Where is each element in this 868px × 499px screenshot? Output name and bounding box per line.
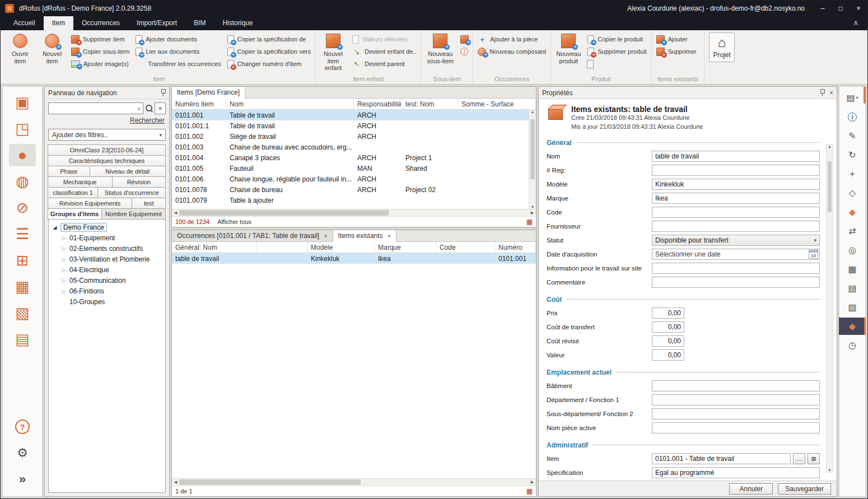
- sidebar-logistics-module-icon[interactable]: ⊞: [9, 249, 36, 272]
- tab-bim[interactable]: BIM: [185, 16, 214, 30]
- specification-field[interactable]: [652, 467, 820, 478]
- batiment-field[interactable]: [652, 380, 820, 391]
- column-header-code[interactable]: Code: [436, 242, 495, 253]
- open-item-button[interactable]: Ouvrir item: [5, 31, 35, 66]
- sidebar-rooms-module-icon[interactable]: ▣: [9, 91, 36, 114]
- fournisseur-field[interactable]: [652, 221, 820, 232]
- save-button[interactable]: Sauvegarder: [778, 483, 831, 495]
- tab-import-export[interactable]: Import/Export: [128, 16, 185, 30]
- browse-item-button[interactable]: …: [793, 453, 805, 464]
- tab-occurrences-0101-001[interactable]: Occurrences [0101.001 / TAB1: Table de t…: [172, 230, 333, 241]
- sidebar-catalog-module-icon[interactable]: ▧: [9, 302, 36, 324]
- grid-view-icon[interactable]: ▦: [841, 260, 864, 278]
- filter-caracteristiques-techniques[interactable]: Caractéristiques techniques: [48, 155, 166, 166]
- scroll-left-icon[interactable]: ◀: [172, 480, 179, 484]
- column-header-somme-surface[interactable]: Somme - Surface: [458, 99, 536, 109]
- modele-field[interactable]: [652, 179, 820, 190]
- new-child-item-button[interactable]: Nouvel item enfant: [318, 31, 348, 73]
- tree-node-06-finitions[interactable]: ▷ 06-Finitions: [50, 286, 164, 296]
- existing-items-horizontal-scrollbar[interactable]: ◀ ▶: [172, 478, 536, 486]
- clear-item-button[interactable]: ⊠: [808, 453, 820, 464]
- help-icon[interactable]: ?: [9, 416, 36, 438]
- copy-spec-from-button[interactable]: Copier la spécification de: [225, 34, 313, 45]
- filter-omniclass[interactable]: OmniClass 23[2010-06-24]: [48, 144, 166, 156]
- items-table-row[interactable]: 0101.004Canapé 3 placesARCHProject 1: [172, 152, 536, 163]
- search-input[interactable]: [50, 105, 137, 113]
- tree-node-05-communication[interactable]: ▷ 05-Communication: [50, 275, 164, 286]
- link-documents-button[interactable]: Lier aux documents: [133, 46, 223, 57]
- reg-field[interactable]: [652, 165, 820, 176]
- items-table-row[interactable]: 0101.0078Chaise de bureauARCHProject 02: [172, 184, 536, 195]
- sidebar-attachments-module-icon[interactable]: ⊘: [9, 197, 36, 219]
- tree-node-03-ventilation-plomberie[interactable]: ▷ 03-Ventilation et Plomberie: [50, 254, 164, 264]
- column-header-numero-item[interactable]: Numéro item: [172, 99, 226, 109]
- minimize-button[interactable]: –: [814, 1, 832, 16]
- item-reference-field[interactable]: [652, 453, 791, 464]
- sidebar-products-module-icon[interactable]: ◍: [9, 170, 36, 193]
- delete-item-button[interactable]: Supprimer item: [69, 34, 132, 45]
- maximize-button[interactable]: □: [832, 1, 850, 16]
- history-clock-icon[interactable]: ◷: [841, 337, 864, 354]
- add-to-room-button[interactable]: + Ajouter à la pièce: [475, 34, 548, 45]
- rechercher-link[interactable]: Rechercher: [49, 116, 165, 124]
- scroll-up-icon[interactable]: ▲: [529, 110, 536, 114]
- close-tab-icon[interactable]: ×: [324, 232, 327, 239]
- delete-product-button[interactable]: Supprimer produit: [585, 46, 648, 57]
- tree-collapsed-icon[interactable]: ▷: [61, 246, 67, 251]
- items-table-row[interactable]: 0101.002Siège de travailARCH: [172, 131, 536, 142]
- cout-revise-field[interactable]: [652, 335, 684, 347]
- filter-mechanique[interactable]: Mechanique: [48, 176, 113, 188]
- tree-node-01-equipement[interactable]: ▷ 01-Equipement: [50, 232, 164, 243]
- become-parent-button[interactable]: ↖ Devient parent: [350, 58, 418, 69]
- date-acquisition-field[interactable]: Sélectionner une date 15: [652, 249, 820, 260]
- properties-vertical-scrollbar[interactable]: ▲ ▼: [826, 144, 833, 473]
- subitem-add-button[interactable]: [459, 34, 470, 45]
- marque-field[interactable]: [652, 193, 820, 204]
- cancel-button[interactable]: Annuler: [729, 483, 773, 495]
- grid-options-icon[interactable]: ▦: [526, 487, 533, 495]
- add-images-button[interactable]: Ajouter image(s): [69, 58, 132, 69]
- catalog-view-icon[interactable]: ▧: [841, 299, 864, 316]
- column-header-modele[interactable]: Modèle: [307, 242, 375, 253]
- items-table-row[interactable]: 0101.001:1Table de travailARCH: [172, 120, 536, 131]
- items-horizontal-scrollbar[interactable]: ◀ ▶: [172, 209, 536, 216]
- items-vertical-scrollbar[interactable]: ▲ ▼: [529, 110, 536, 209]
- filter-status-occurrence[interactable]: Status d'occurrence: [97, 187, 166, 198]
- tab-groupes-items[interactable]: Groupes d'items: [48, 208, 102, 220]
- change-item-number-button[interactable]: Changer numéro d'item: [225, 58, 313, 69]
- filter-test[interactable]: test: [132, 198, 166, 209]
- scroll-right-icon[interactable]: ▶: [529, 211, 536, 215]
- tree-collapsed-icon[interactable]: ▷: [61, 288, 67, 294]
- items-table-row[interactable]: 0101.0079Table à ajouter: [172, 195, 536, 206]
- existing-item-row[interactable]: table de travail Kinkekluk Ikea 0101.001: [172, 253, 536, 264]
- items-table-row[interactable]: 0101.001Table de travailARCH: [172, 110, 536, 120]
- spec-edit-icon[interactable]: ✎: [841, 127, 864, 144]
- collapse-ribbon-icon[interactable]: ∧: [844, 16, 867, 30]
- column-header-reg[interactable]: [257, 242, 307, 253]
- add-icon[interactable]: +: [841, 165, 864, 183]
- new-item-button[interactable]: Nouvel item: [37, 31, 67, 66]
- add-filters-dropdown[interactable]: Ajouter des filtres.. ▾: [48, 129, 166, 141]
- tree-collapsed-icon[interactable]: ▷: [61, 257, 67, 262]
- nom-piece-field[interactable]: [652, 422, 820, 433]
- pin-icon[interactable]: [819, 89, 825, 96]
- search-icon[interactable]: [145, 104, 153, 113]
- add-documents-button[interactable]: Ajouter documents: [133, 34, 223, 45]
- documents-view-icon[interactable]: ▤: [841, 279, 864, 297]
- tree-collapsed-icon[interactable]: ▷: [61, 235, 67, 241]
- nom-field[interactable]: [652, 151, 820, 162]
- tab-nombre-equipement[interactable]: Nombre Equipement: [101, 208, 166, 220]
- items-existants-panel-icon[interactable]: ◆: [839, 318, 866, 335]
- close-panel-icon[interactable]: ×: [829, 89, 833, 97]
- column-header-general-nom[interactable]: Général: Nom: [172, 242, 257, 253]
- cout-transfert-field[interactable]: [652, 321, 684, 333]
- tree-collapsed-icon[interactable]: ▷: [61, 267, 67, 273]
- info-travail-field[interactable]: [652, 263, 820, 274]
- camera-icon[interactable]: ◎: [841, 241, 864, 259]
- copy-product-button[interactable]: Copier le produit: [585, 34, 648, 45]
- become-child-button[interactable]: ↘ Devient enfant de..: [350, 46, 418, 57]
- filter-phase[interactable]: Phase: [48, 166, 90, 177]
- transfer-occurrences-button[interactable]: Transférer les occurrences: [133, 58, 223, 69]
- sidebar-items-module-icon[interactable]: ●: [9, 144, 36, 166]
- existing-items-add-button[interactable]: Ajouter: [654, 34, 699, 45]
